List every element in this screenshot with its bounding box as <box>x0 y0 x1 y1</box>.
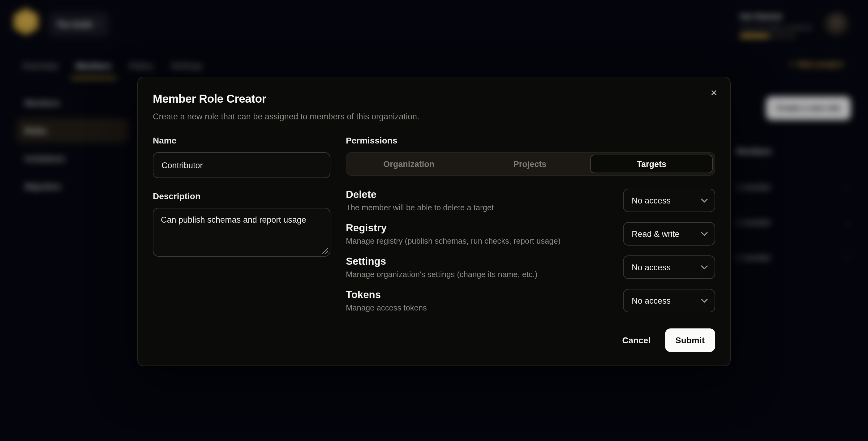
role-row[interactable]: 1 member ⋯ <box>736 240 852 275</box>
permission-row-registry: Registry Manage registry (publish schema… <box>346 221 715 246</box>
new-project-label: New project <box>798 59 843 69</box>
permission-title: Tokens <box>346 288 427 301</box>
permission-description: Manage organization's settings (change i… <box>346 270 538 280</box>
close-icon: ✕ <box>710 88 717 98</box>
cancel-button[interactable]: Cancel <box>614 330 658 350</box>
tab-overview[interactable]: Overview <box>22 52 58 79</box>
tab-members[interactable]: Members <box>76 52 111 79</box>
new-project-link[interactable]: + New project <box>789 59 843 69</box>
close-button[interactable]: ✕ <box>707 85 721 100</box>
chevron-down-icon <box>701 198 708 202</box>
members-column-header: Members <box>736 147 852 156</box>
role-row[interactable]: 1 member ⋯ <box>736 169 852 205</box>
permissions-column: Permissions Organization Projects Target… <box>346 135 715 322</box>
permission-description: Manage registry (publish schemas, run ch… <box>346 236 560 246</box>
permission-description: The member will be able to delete a targ… <box>346 203 494 213</box>
members-sidebar: Members Roles Invitations Migration <box>17 90 129 198</box>
user-avatar[interactable] <box>825 12 848 36</box>
tab-organization[interactable]: Organization <box>348 155 469 173</box>
progress-bar-track <box>740 34 796 38</box>
permission-description: Manage access tokens <box>346 303 427 313</box>
delete-access-select[interactable]: No access <box>623 189 715 212</box>
chevron-down-icon <box>701 298 708 303</box>
permission-title: Delete <box>346 188 494 200</box>
app-screen: The Guild ▾ Get Started 4 out of 6 tasks… <box>0 0 868 441</box>
description-textarea[interactable]: Can publish schemas and report usage <box>153 208 330 257</box>
role-member-count: 1 member <box>736 183 771 192</box>
sidebar-item-migration[interactable]: Migration <box>17 174 129 198</box>
create-new-role-button[interactable]: Create a new role <box>766 96 851 120</box>
kebab-menu-icon[interactable]: ⋯ <box>844 218 852 227</box>
select-value: Read & write <box>632 229 680 239</box>
permissions-tab-group: Organization Projects Targets <box>346 152 715 176</box>
modal-title: Member Role Creator <box>153 92 715 106</box>
member-role-creator-modal: ✕ Member Role Creator Create a new role … <box>137 77 731 366</box>
progress-bar-fill <box>740 34 769 38</box>
role-member-count: 1 member <box>736 254 771 262</box>
kebab-menu-icon[interactable]: ⋯ <box>844 183 852 192</box>
get-started-subtitle: 4 out of 6 tasks completed <box>740 24 822 31</box>
role-identity-column: Name Description Can publish schemas and… <box>153 135 330 322</box>
org-switcher-button[interactable]: The Guild ▾ <box>48 12 108 37</box>
role-row[interactable]: 1 member ⋯ <box>736 205 852 240</box>
tokens-access-select[interactable]: No access <box>623 289 715 312</box>
permission-row-settings: Settings Manage organization's settings … <box>346 255 715 280</box>
description-label: Description <box>153 191 330 202</box>
hive-logo[interactable] <box>13 8 38 35</box>
name-label: Name <box>153 135 330 146</box>
org-nav-tabs: Overview Members Policy Settings <box>0 52 868 80</box>
name-input[interactable] <box>153 152 330 178</box>
sidebar-item-roles[interactable]: Roles <box>17 118 129 143</box>
roles-list-panel: Members 1 member ⋯ 1 member ⋯ 1 member ⋯ <box>736 147 852 275</box>
registry-access-select[interactable]: Read & write <box>623 222 715 246</box>
chevron-down-icon: ▾ <box>97 21 100 28</box>
tab-targets[interactable]: Targets <box>591 155 713 173</box>
submit-button[interactable]: Submit <box>665 328 715 352</box>
plus-icon: + <box>789 59 794 69</box>
role-member-count: 1 member <box>736 218 771 227</box>
permission-row-delete: Delete The member will be able to delete… <box>346 188 715 213</box>
resize-grip-icon[interactable] <box>322 248 328 254</box>
tab-projects[interactable]: Projects <box>469 155 590 173</box>
select-value: No access <box>632 262 671 272</box>
tab-settings[interactable]: Settings <box>171 52 203 79</box>
sidebar-item-members[interactable]: Members <box>17 90 129 115</box>
get-started-widget[interactable]: Get Started 4 out of 6 tasks completed <box>740 12 822 38</box>
select-value: No access <box>632 296 671 305</box>
permissions-label: Permissions <box>346 135 715 146</box>
permission-title: Registry <box>346 221 560 234</box>
get-started-title: Get Started <box>740 12 822 21</box>
settings-access-select[interactable]: No access <box>623 255 715 279</box>
org-name: The Guild <box>56 20 92 29</box>
modal-subtitle: Create a new role that can be assigned t… <box>153 111 715 122</box>
kebab-menu-icon[interactable]: ⋯ <box>844 253 852 262</box>
permission-row-tokens: Tokens Manage access tokens No access <box>346 288 715 313</box>
modal-footer: Cancel Submit <box>614 328 715 352</box>
sidebar-item-invitations[interactable]: Invitations <box>17 146 129 171</box>
permission-title: Settings <box>346 255 538 267</box>
tab-policy[interactable]: Policy <box>129 52 153 79</box>
chevron-down-icon <box>701 265 708 270</box>
select-value: No access <box>632 196 671 205</box>
chevron-down-icon <box>701 232 708 236</box>
